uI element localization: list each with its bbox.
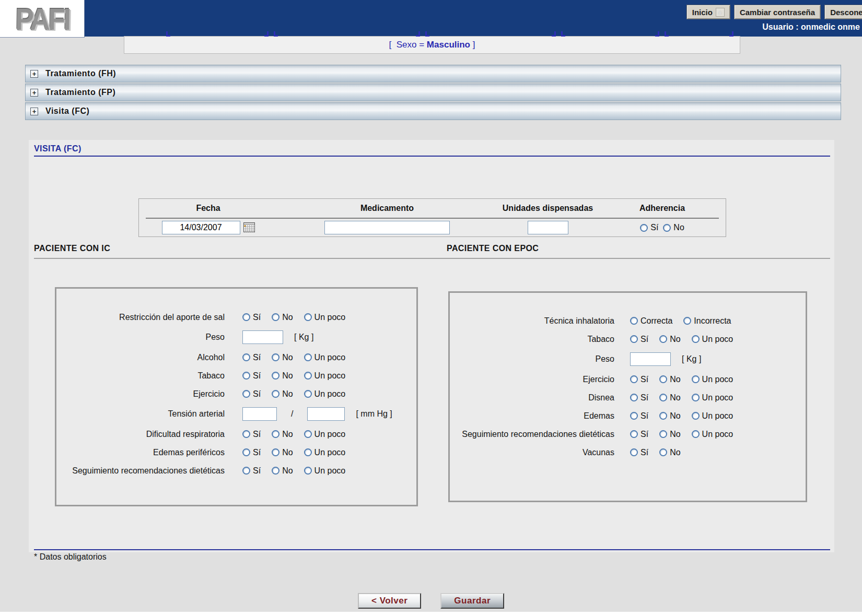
- radio-button[interactable]: [630, 335, 638, 343]
- section-tratamiento-fp[interactable]: Tratamiento (FP): [25, 84, 841, 101]
- unidades-input[interactable]: [528, 221, 568, 234]
- radio-button[interactable]: [659, 375, 667, 383]
- radio-option-sí[interactable]: Sí: [242, 313, 261, 322]
- radio-option-sí[interactable]: Sí: [242, 448, 261, 457]
- radio-button[interactable]: [242, 448, 250, 456]
- radio-button[interactable]: [692, 412, 700, 420]
- radio-button[interactable]: [692, 335, 700, 343]
- radio-button[interactable]: [272, 448, 279, 456]
- radio-button[interactable]: [304, 448, 312, 456]
- radio-option-no[interactable]: No: [659, 411, 680, 421]
- expand-plus-icon[interactable]: [30, 89, 38, 97]
- radio-option-no[interactable]: No: [272, 389, 293, 399]
- radio-option-sí[interactable]: Sí: [630, 375, 648, 384]
- adherencia-option-si[interactable]: Sí: [640, 223, 658, 232]
- diastolic-input[interactable]: [307, 407, 345, 421]
- radio-option-no[interactable]: No: [659, 430, 680, 439]
- desconectar-button[interactable]: Desconect: [824, 5, 862, 19]
- radio-button[interactable]: [659, 448, 667, 456]
- radio-option-sí[interactable]: Sí: [630, 411, 648, 421]
- radio-button[interactable]: [692, 430, 700, 438]
- radio-button[interactable]: [304, 372, 312, 380]
- radio-button[interactable]: [242, 467, 250, 475]
- radio-button[interactable]: [304, 390, 312, 398]
- radio-button[interactable]: [272, 467, 279, 475]
- radio-option-no[interactable]: No: [272, 448, 293, 457]
- radio-button[interactable]: [272, 390, 279, 398]
- radio-option-un-poco[interactable]: Un poco: [304, 353, 346, 362]
- radio-button[interactable]: [304, 467, 312, 475]
- radio-button[interactable]: [272, 353, 279, 361]
- radio-button[interactable]: [242, 313, 250, 321]
- radio-option-sí[interactable]: Sí: [630, 393, 648, 402]
- radio-option-no[interactable]: No: [659, 335, 680, 344]
- medicamento-input[interactable]: [324, 221, 450, 234]
- radio-option-no[interactable]: No: [659, 393, 680, 402]
- radio-button[interactable]: [692, 375, 700, 383]
- radio-option-no[interactable]: No: [272, 353, 293, 362]
- radio-button[interactable]: [242, 390, 250, 398]
- radio-button[interactable]: [659, 412, 667, 420]
- radio-option-sí[interactable]: Sí: [242, 466, 261, 476]
- section-visita-fc[interactable]: Visita (FC): [25, 102, 841, 120]
- radio-option-no[interactable]: No: [272, 430, 293, 439]
- radio-option-sí[interactable]: Sí: [630, 448, 648, 457]
- radio-option-no[interactable]: No: [659, 448, 680, 457]
- radio-option-no[interactable]: No: [272, 371, 293, 381]
- radio-button[interactable]: [630, 412, 638, 420]
- radio-button[interactable]: [272, 372, 279, 380]
- text-input[interactable]: [630, 352, 671, 366]
- text-input[interactable]: [242, 330, 283, 344]
- radio-option-un-poco[interactable]: Un poco: [692, 335, 733, 344]
- radio-button[interactable]: [659, 394, 667, 401]
- radio-option-sí[interactable]: Sí: [242, 389, 261, 399]
- fecha-input[interactable]: [162, 221, 240, 234]
- radio-option-un-poco[interactable]: Un poco: [304, 313, 346, 322]
- radio-option-sí[interactable]: Sí: [242, 353, 261, 362]
- radio-button[interactable]: [692, 394, 700, 401]
- expand-plus-icon[interactable]: [30, 70, 38, 78]
- radio-button[interactable]: [304, 313, 312, 321]
- radio-button[interactable]: [659, 335, 667, 343]
- expand-plus-icon[interactable]: [30, 108, 38, 115]
- radio-option-sí[interactable]: Sí: [630, 430, 648, 439]
- radio-option-un-poco[interactable]: Un poco: [692, 411, 733, 421]
- radio-button[interactable]: [304, 430, 312, 438]
- radio-button[interactable]: [630, 448, 638, 456]
- radio-option-un-poco[interactable]: Un poco: [692, 393, 733, 402]
- radio-button[interactable]: [659, 430, 667, 438]
- radio-option-un-poco[interactable]: Un poco: [304, 389, 346, 399]
- radio-option-un-poco[interactable]: Un poco: [692, 375, 733, 384]
- radio-button[interactable]: [272, 313, 279, 321]
- radio-button[interactable]: [242, 353, 250, 361]
- radio-option-correcta[interactable]: Correcta: [630, 316, 672, 326]
- radio-button[interactable]: [630, 394, 638, 401]
- radio-button[interactable]: [630, 430, 638, 438]
- radio-button[interactable]: [683, 317, 691, 325]
- calendar-icon[interactable]: [243, 222, 255, 233]
- systolic-input[interactable]: [242, 407, 277, 421]
- volver-button[interactable]: < Volver: [358, 593, 421, 609]
- radio-button[interactable]: [663, 224, 671, 232]
- radio-option-sí[interactable]: Sí: [242, 430, 261, 439]
- radio-option-un-poco[interactable]: Un poco: [304, 371, 346, 381]
- radio-option-incorrecta[interactable]: Incorrecta: [683, 316, 731, 326]
- radio-option-sí[interactable]: Sí: [242, 371, 261, 381]
- inicio-button[interactable]: Inicio ⌂: [686, 5, 730, 19]
- radio-option-un-poco[interactable]: Un poco: [304, 430, 346, 439]
- guardar-button[interactable]: Guardar: [440, 593, 504, 609]
- radio-button[interactable]: [640, 224, 648, 232]
- radio-button[interactable]: [304, 353, 312, 361]
- radio-button[interactable]: [630, 375, 638, 383]
- section-tratamiento-fh[interactable]: Tratamiento (FH): [25, 65, 841, 82]
- radio-option-sí[interactable]: Sí: [630, 335, 648, 344]
- radio-button[interactable]: [242, 372, 250, 380]
- radio-button[interactable]: [242, 430, 250, 438]
- radio-option-no[interactable]: No: [272, 466, 293, 476]
- radio-option-no[interactable]: No: [659, 375, 680, 384]
- radio-button[interactable]: [272, 430, 279, 438]
- radio-option-un-poco[interactable]: Un poco: [304, 466, 346, 476]
- cambiar-contrasena-button[interactable]: Cambiar contraseña: [734, 5, 821, 19]
- radio-option-un-poco[interactable]: Un poco: [304, 448, 346, 457]
- radio-button[interactable]: [630, 317, 638, 325]
